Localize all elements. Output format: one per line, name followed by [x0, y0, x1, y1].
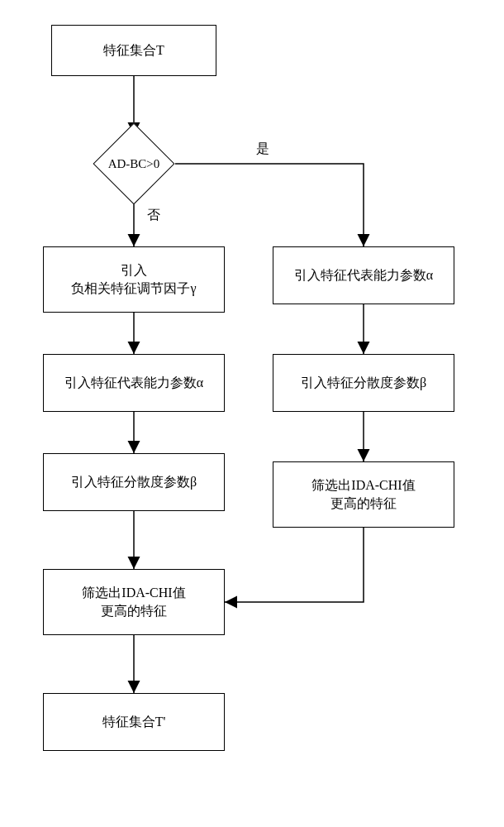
node-l1: 引入 负相关特征调节因子γ	[43, 246, 225, 313]
edge-label-no: 否	[147, 207, 160, 224]
node-r2: 引入特征分散度参数β	[273, 354, 454, 412]
node-r1: 引入特征代表能力参数α	[273, 246, 454, 304]
node-l3: 引入特征分散度参数β	[43, 453, 225, 511]
node-l2: 引入特征代表能力参数α	[43, 354, 225, 412]
node-l4: 筛选出IDA-CHI值 更高的特征	[43, 569, 225, 635]
flowchart-canvas: 特征集合T AD-BC>0 是 否 引入 负相关特征调节因子γ 引入特征代表能力…	[0, 0, 504, 827]
node-start: 特征集合T	[51, 25, 216, 76]
decision-label: AD-BC>0	[84, 135, 183, 193]
edge-label-yes: 是	[256, 141, 269, 158]
node-r3: 筛选出IDA-CHI值 更高的特征	[273, 461, 454, 528]
node-end: 特征集合T'	[43, 693, 225, 751]
